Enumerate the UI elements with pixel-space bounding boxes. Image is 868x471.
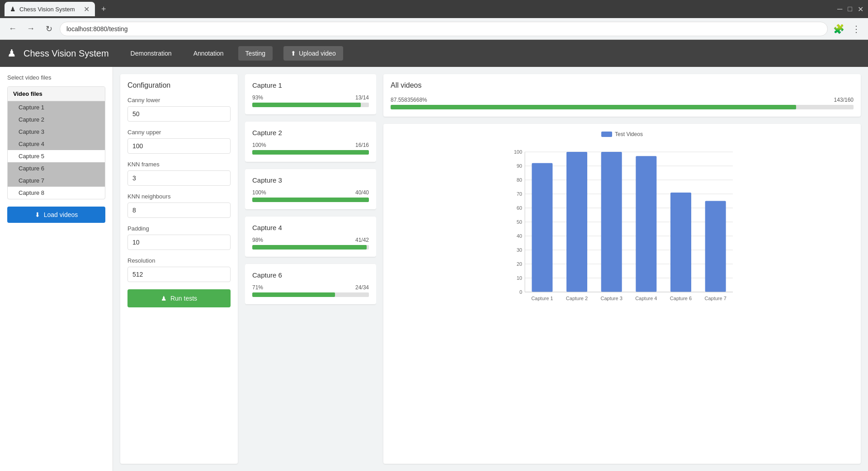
capture-progress-fill [252, 245, 367, 250]
file-tree-item[interactable]: Capture 3 [8, 126, 105, 138]
browser-controls: ← → ↻ 🧩 ⋮ [0, 18, 868, 40]
capture-card: Capture 2 100% 16/16 [245, 122, 376, 162]
file-tree-item[interactable]: Capture 5 [8, 150, 105, 162]
tab-icon: ♟ [10, 5, 16, 13]
svg-text:20: 20 [517, 261, 522, 267]
config-field-label: KNN frames [127, 161, 231, 168]
app-logo-icon: ♟ [7, 47, 16, 59]
svg-rect-28 [636, 156, 656, 292]
file-tree-item[interactable]: Capture 2 [8, 113, 105, 126]
capture-title: Capture 6 [252, 271, 369, 279]
config-field-input[interactable] [127, 170, 231, 186]
svg-rect-24 [566, 152, 587, 292]
nav-demonstration-btn[interactable]: Demonstration [123, 46, 179, 61]
config-field-input[interactable] [127, 267, 231, 282]
file-tree-item[interactable]: Capture 8 [8, 187, 105, 199]
svg-text:100: 100 [514, 149, 522, 155]
all-videos-title: All videos [391, 81, 854, 89]
chart-legend-label: Test Videos [615, 131, 643, 137]
svg-text:Capture 2: Capture 2 [566, 296, 588, 301]
extensions-btn[interactable]: 🧩 [831, 22, 846, 36]
summary-progress-fill [391, 105, 796, 109]
capture-fraction: 13/14 [355, 94, 369, 101]
chart-legend: Test Videos [391, 131, 854, 137]
capture-fraction: 41/42 [355, 237, 369, 243]
capture-card: Capture 4 98% 41/42 [245, 217, 376, 257]
file-tree-item[interactable]: Capture 1 [8, 101, 105, 113]
config-field-input[interactable] [127, 106, 231, 122]
svg-rect-26 [601, 152, 622, 292]
config-field-input[interactable] [127, 138, 231, 154]
maximize-btn[interactable]: □ [848, 5, 852, 13]
config-field-input[interactable] [127, 203, 231, 218]
run-tests-btn[interactable]: ♟ Run tests [127, 289, 231, 307]
forward-btn[interactable]: → [24, 22, 38, 36]
nav-annotation-btn[interactable]: Annotation [186, 46, 231, 61]
summary-fraction: 143/160 [834, 97, 854, 103]
capture-progress-header: 71% 24/34 [252, 284, 369, 291]
capture-card: Capture 1 93% 13/14 [245, 74, 376, 114]
load-videos-btn[interactable]: ⬇ Load videos [7, 207, 105, 223]
capture-progress-header: 98% 41/42 [252, 237, 369, 243]
capture-percent: 71% [252, 284, 263, 291]
close-window-btn[interactable]: ✕ [858, 5, 863, 14]
tab-close-btn[interactable]: ✕ [84, 5, 90, 14]
capture-progress-fill [252, 103, 361, 107]
svg-rect-32 [705, 201, 726, 292]
main-layout: Select video files Video files Capture 1… [0, 67, 868, 471]
svg-text:Capture 3: Capture 3 [601, 296, 623, 301]
load-icon: ⬇ [35, 211, 40, 218]
bar-chart: 0102030405060708090100Capture 1Capture 2… [391, 143, 854, 315]
capture-progress-fill [252, 198, 369, 202]
file-tree-item[interactable]: Capture 7 [8, 174, 105, 187]
svg-text:Capture 7: Capture 7 [705, 296, 726, 301]
load-btn-label: Load videos [44, 211, 78, 218]
capture-fraction: 24/34 [355, 284, 369, 291]
config-panel: Configuration Canny lowerCanny upperKNN … [120, 74, 238, 464]
sidebar: Select video files Video files Capture 1… [0, 67, 113, 471]
back-btn[interactable]: ← [5, 22, 20, 36]
svg-text:Capture 4: Capture 4 [635, 296, 657, 301]
file-tree-item[interactable]: Capture 6 [8, 162, 105, 174]
summary-card: All videos 87.55835668% 143/160 [383, 74, 861, 117]
capture-progress-header: 93% 13/14 [252, 94, 369, 101]
address-bar[interactable] [60, 22, 828, 36]
config-field-group: KNN neighbours [127, 193, 231, 218]
capture-progress-bar [252, 103, 369, 107]
capture-card: Capture 6 71% 24/34 [245, 264, 376, 304]
browser-tab[interactable]: ♟ Chess Vision System ✕ [5, 2, 95, 16]
svg-text:30: 30 [517, 247, 522, 253]
nav-testing-btn[interactable]: Testing [238, 46, 273, 61]
browser-menu-btn[interactable]: ⋮ [850, 22, 863, 36]
file-tree: Video files Capture 1Capture 2Capture 3C… [7, 86, 105, 199]
config-field-group: KNN frames [127, 161, 231, 186]
new-tab-btn[interactable]: + [99, 5, 109, 14]
svg-text:Capture 1: Capture 1 [531, 296, 553, 301]
svg-text:50: 50 [517, 219, 522, 225]
capture-title: Capture 3 [252, 176, 369, 184]
browser-chrome: ♟ Chess Vision System ✕ + ─ □ ✕ [0, 0, 868, 18]
file-tree-item[interactable]: Capture 4 [8, 138, 105, 150]
upload-btn-label: Upload video [299, 50, 336, 57]
capture-progress-header: 100% 40/40 [252, 189, 369, 196]
config-title: Configuration [127, 81, 231, 89]
content-area: Configuration Canny lowerCanny upperKNN … [113, 67, 868, 471]
run-btn-label: Run tests [170, 295, 197, 302]
svg-text:40: 40 [517, 233, 522, 239]
app-title: Chess Vision System [24, 48, 109, 59]
svg-rect-30 [670, 193, 691, 292]
capture-progress-bar [252, 245, 369, 250]
captures-panel: Capture 1 93% 13/14 Capture 2 100% 16/16… [245, 67, 376, 471]
upload-video-btn[interactable]: ⬆ Upload video [283, 46, 343, 61]
refresh-btn[interactable]: ↻ [42, 22, 56, 36]
minimize-btn[interactable]: ─ [837, 5, 842, 13]
config-field-group: Canny upper [127, 129, 231, 154]
capture-percent: 100% [252, 142, 266, 148]
capture-title: Capture 1 [252, 81, 369, 89]
upload-icon: ⬆ [291, 50, 296, 57]
config-field-input[interactable] [127, 235, 231, 250]
config-field-label: Canny upper [127, 129, 231, 136]
config-field-label: Padding [127, 225, 231, 232]
capture-card: Capture 3 100% 40/40 [245, 169, 376, 209]
capture-percent: 98% [252, 237, 263, 243]
